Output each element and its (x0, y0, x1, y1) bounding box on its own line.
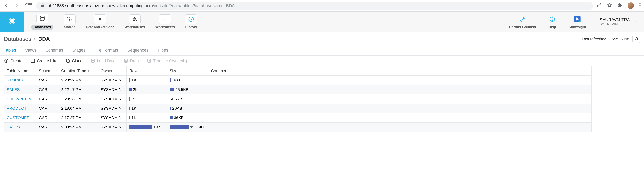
cell-time: 2:03:34 PM (58, 122, 98, 132)
action-clone[interactable]: Clone... (65, 58, 86, 63)
user-role: SYSADMIN (600, 22, 630, 26)
tab-schemas[interactable]: Schemas (46, 46, 63, 56)
column-header[interactable]: Comment (208, 66, 592, 76)
help-icon (546, 14, 558, 24)
table-name-link[interactable]: SALES (7, 87, 20, 92)
cell-owner: SYSADMIN (98, 76, 127, 85)
column-header[interactable]: Rows (127, 66, 167, 76)
table-row[interactable]: DATESCAR2:03:34 PMSYSADMIN18.5K330.5KB (4, 122, 592, 132)
svg-rect-13 (134, 17, 135, 18)
partner-icon (517, 14, 528, 24)
nav-history[interactable]: History (185, 14, 197, 29)
tables-grid: Table NameSchemaCreation Time▼OwnerRowsS… (4, 66, 592, 132)
tab-file-formats[interactable]: File Formats (95, 46, 118, 56)
table-name-link[interactable]: PRODUCT (7, 106, 27, 110)
cell-rows: 1K (127, 104, 167, 113)
table-name-link[interactable]: SHOWROOM (7, 97, 32, 101)
table-name-link[interactable]: CUSTOMER (7, 116, 30, 120)
column-header[interactable]: Table Name (4, 66, 36, 76)
breadcrumb-current: BDA (38, 36, 50, 42)
tab-stages[interactable]: Stages (72, 46, 86, 56)
cell-size: 26KB (167, 104, 208, 113)
warehouse-icon (129, 14, 141, 24)
user-menu[interactable]: SAURAVMITRA SYSADMIN (592, 12, 644, 32)
svg-point-22 (579, 20, 580, 22)
cell-rows: 1K (127, 76, 167, 85)
table-row[interactable]: CUSTOMERCAR2:17:27 PMSYSADMIN1K66KB (4, 113, 592, 122)
action-create[interactable]: Create... (4, 58, 26, 63)
tab-tables[interactable]: Tables (4, 46, 16, 56)
nav-label: Shares (64, 25, 75, 29)
table-row[interactable]: SHOWROOMCAR2:20:38 PMSYSADMIN154.5KB (4, 94, 592, 104)
app-topnav: DatabasesSharesData MarketplaceWarehouse… (0, 12, 644, 32)
tab-pipes[interactable]: Pipes (158, 46, 168, 56)
snowsight-icon (571, 14, 583, 24)
action-label: Create Like... (37, 58, 61, 63)
drop-icon (124, 58, 128, 63)
cell-comment (208, 104, 592, 113)
svg-point-6 (70, 19, 72, 20)
svg-point-4 (40, 16, 44, 18)
nav-data-marketplace[interactable]: Data Marketplace (86, 14, 114, 29)
cell-rows: 1K (127, 113, 167, 122)
nav-partner-connect[interactable]: Partner Connect (509, 14, 536, 29)
worksheet-icon: >_ (159, 14, 171, 24)
table-name-link[interactable]: DATES (7, 125, 20, 129)
back-icon[interactable] (3, 2, 9, 9)
svg-text:>_: >_ (164, 18, 168, 21)
kebab-icon[interactable] (639, 3, 641, 9)
svg-rect-8 (133, 20, 134, 21)
tab-sequences[interactable]: Sequences (127, 46, 148, 56)
cell-comment (208, 76, 592, 85)
svg-rect-25 (67, 60, 70, 62)
column-header[interactable]: Size (167, 66, 208, 76)
nav-shares[interactable]: Shares (64, 14, 76, 29)
cell-schema: CAR (36, 76, 58, 85)
svg-rect-11 (134, 18, 134, 19)
refresh-button[interactable] (632, 35, 640, 43)
table-row[interactable]: PRODUCTCAR2:19:04 PMSYSADMIN1K26KB (4, 104, 592, 113)
tab-views[interactable]: Views (25, 46, 36, 56)
lock-icon (41, 3, 44, 8)
nav-worksheets[interactable]: >_Worksheets (156, 14, 175, 29)
key-icon[interactable] (596, 3, 602, 9)
brand-logo[interactable] (0, 12, 24, 32)
nav-help[interactable]: Help (546, 14, 558, 29)
table-name-link[interactable]: STOCKS (7, 78, 23, 82)
url-bar[interactable]: ph21638.southeast-asia.azure.snowflakeco… (36, 2, 593, 10)
url-host: ph21638.southeast-asia.azure.snowflakeco… (48, 3, 153, 8)
action-label: Create... (10, 58, 26, 63)
cell-comment (208, 122, 592, 132)
table-row[interactable]: STOCKSCAR2:23:22 PMSYSADMIN1K19KB (4, 76, 592, 85)
nav-label: Snowsight (569, 25, 586, 29)
column-header[interactable]: Owner (98, 66, 127, 76)
nav-databases[interactable]: Databases (32, 14, 53, 30)
tabs: TablesViewsSchemasStagesFile FormatsSequ… (0, 46, 644, 56)
extensions-icon[interactable] (617, 3, 622, 9)
breadcrumb-root[interactable]: Databases (4, 36, 31, 42)
history-icon (185, 14, 197, 24)
chevron-down-icon (634, 19, 639, 24)
column-header[interactable]: Creation Time▼ (58, 66, 98, 76)
cell-time: 2:23:22 PM (58, 76, 98, 85)
cell-owner: SYSADMIN (98, 122, 127, 132)
cell-comment (208, 85, 592, 94)
reload-icon[interactable] (27, 2, 32, 9)
action-create-like[interactable]: Create Like... (30, 58, 61, 63)
column-header[interactable]: Schema (36, 66, 58, 76)
cell-time: 2:19:04 PM (58, 104, 98, 113)
cell-size: 95.5KB (167, 85, 208, 94)
url-path: /console#/data/tables?databaseName=BDA (153, 3, 234, 8)
plus-circle-icon (4, 58, 9, 63)
star-icon[interactable] (607, 3, 612, 9)
nav-label: Warehouses (124, 25, 145, 29)
profile-avatar[interactable] (628, 2, 634, 9)
svg-rect-12 (135, 18, 136, 19)
table-row[interactable]: SALESCAR2:22:17 PMSYSADMIN2K95.5KB (4, 85, 592, 94)
nav-snowsight[interactable]: Snowsight (569, 14, 586, 29)
svg-point-20 (552, 20, 552, 21)
forward-icon[interactable] (14, 2, 20, 9)
nav-warehouses[interactable]: Warehouses (124, 14, 145, 29)
last-refreshed-label: Last refreshed (582, 37, 606, 41)
cell-schema: CAR (36, 104, 58, 113)
